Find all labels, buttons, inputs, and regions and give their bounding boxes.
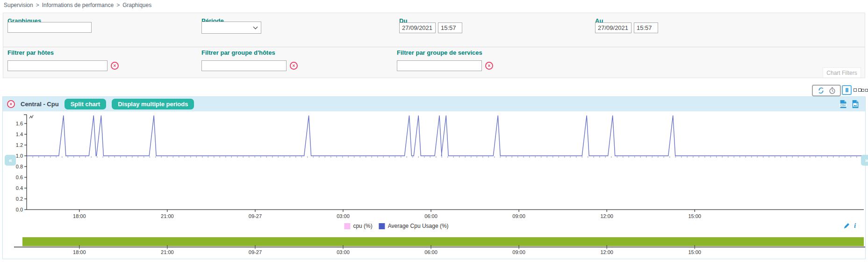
x-tick-label: 06:00 bbox=[424, 213, 438, 219]
filter-panel: Graphiques Période Du Au Filtrer par hôt… bbox=[3, 13, 865, 78]
remove-chart-icon[interactable]: × bbox=[7, 100, 15, 108]
three-column-view-icon bbox=[861, 89, 864, 92]
refresh-toolbar bbox=[812, 85, 841, 96]
average-cpu-line bbox=[27, 116, 864, 156]
timeline-tick-label: 15:00 bbox=[688, 249, 701, 255]
info-icon[interactable]: i bbox=[854, 222, 856, 230]
au-time-input[interactable] bbox=[634, 22, 658, 33]
clear-host-filter-icon[interactable]: × bbox=[111, 62, 119, 70]
timeline-tick-label: 03:00 bbox=[337, 249, 350, 255]
servicegroup-filter-input[interactable] bbox=[397, 60, 482, 71]
clock-icon[interactable] bbox=[829, 87, 836, 94]
y-tick-label: 1.0 bbox=[16, 153, 23, 159]
clear-hostgroup-filter-icon[interactable]: × bbox=[290, 62, 298, 70]
pan-right-button[interactable]: » bbox=[861, 155, 868, 166]
legend-label: cpu (%) bbox=[353, 223, 372, 229]
y-tick-label: 1.2 bbox=[16, 142, 23, 148]
legend-tools: i bbox=[843, 222, 856, 230]
timeline-tick-label: 18:00 bbox=[73, 249, 86, 255]
pencil-icon[interactable] bbox=[843, 222, 850, 229]
single-column-view-icon bbox=[846, 88, 848, 92]
timeline-axis: 18:0021:0009-2703:0006:0009:0012:0015:00 bbox=[2, 245, 866, 255]
y-tick-label: 0.4 bbox=[16, 185, 23, 191]
timeline-tick-label: 12:00 bbox=[600, 249, 613, 255]
du-time-input[interactable] bbox=[438, 22, 462, 33]
graphiques-input[interactable] bbox=[7, 22, 92, 33]
svg-text:CSV: CSV bbox=[840, 104, 846, 107]
periode-select[interactable] bbox=[201, 22, 261, 34]
x-tick-label: 09:00 bbox=[512, 213, 525, 219]
du-date-input[interactable] bbox=[399, 22, 436, 33]
chart-header: × Central - Cpu Split chart Display mult… bbox=[3, 97, 865, 111]
cpu-line-chart: 0.00.20.40.60.81.01.21.41.618:0021:0009-… bbox=[2, 111, 866, 220]
timeline-tick-label: 21:00 bbox=[161, 249, 174, 255]
y-tick-label: 1.6 bbox=[16, 121, 23, 126]
y-tick-label: 1.4 bbox=[16, 131, 23, 137]
x-tick-label: 18:00 bbox=[73, 213, 86, 219]
x-tick-label: 03:00 bbox=[337, 213, 350, 219]
breadcrumb: Supervision>Informations de performance>… bbox=[4, 2, 151, 8]
timeline-tick-label: 09:00 bbox=[512, 249, 525, 255]
hostgroup-filter-input[interactable] bbox=[201, 60, 287, 71]
three-column-view-button[interactable] bbox=[861, 89, 868, 92]
chart-filters-tab[interactable]: Chart Filters bbox=[823, 67, 861, 78]
host-filter-input[interactable] bbox=[7, 60, 108, 71]
x-tick-label: 15:00 bbox=[688, 213, 701, 219]
breadcrumb-separator: > bbox=[36, 2, 39, 8]
servicegroup-filter-label: Filtrer par groupe de services bbox=[397, 49, 482, 56]
legend-swatch[interactable] bbox=[344, 223, 350, 229]
au-date-input[interactable] bbox=[595, 22, 631, 33]
plot-corner-icon bbox=[29, 115, 33, 118]
pan-left-button[interactable]: « bbox=[5, 155, 16, 166]
timeline-tick-label: 09-27 bbox=[249, 249, 262, 255]
display-multiple-periods-button[interactable]: Display multiple periods bbox=[112, 99, 194, 109]
y-tick-label: 0.2 bbox=[16, 196, 23, 202]
x-tick-label: 12:00 bbox=[600, 213, 613, 219]
export-icons: CSV bbox=[839, 100, 860, 109]
periode-select-wrap bbox=[201, 22, 261, 34]
two-column-view-button[interactable] bbox=[854, 88, 861, 92]
chart-legend: cpu (%)Average Cpu Usage (%) bbox=[344, 223, 452, 229]
page: { "breadcrumb": { "separator": ">", "ite… bbox=[0, 0, 868, 262]
split-chart-button[interactable]: Split chart bbox=[65, 99, 107, 109]
x-tick-label: 09-27 bbox=[249, 213, 262, 219]
export-csv-icon[interactable]: CSV bbox=[839, 100, 847, 109]
y-tick-label: 0.6 bbox=[16, 175, 23, 180]
breadcrumb-item-graphiques[interactable]: Graphiques bbox=[122, 2, 151, 8]
breadcrumb-item-supervision[interactable]: Supervision bbox=[4, 2, 33, 8]
y-tick-label: 0.8 bbox=[16, 164, 23, 169]
legend-swatch[interactable] bbox=[379, 223, 385, 229]
chart-title: Central - Cpu bbox=[21, 101, 59, 108]
refresh-icon[interactable] bbox=[818, 87, 825, 94]
two-column-view-icon bbox=[854, 88, 857, 92]
timeline-tick-label: 06:00 bbox=[424, 249, 438, 255]
host-filter-label: Filtrer par hôtes bbox=[7, 49, 54, 56]
x-tick-label: 21:00 bbox=[161, 213, 174, 219]
legend-label: Average Cpu Usage (%) bbox=[388, 223, 449, 229]
y-tick-label: 0.0 bbox=[16, 207, 23, 212]
hostgroup-filter-label: Filtrer par groupe d'hôtes bbox=[201, 49, 275, 56]
breadcrumb-separator: > bbox=[116, 2, 120, 8]
clear-servicegroup-filter-icon[interactable]: × bbox=[485, 62, 493, 70]
single-column-view-button[interactable] bbox=[842, 85, 852, 95]
filter-row-divider bbox=[3, 47, 865, 47]
breadcrumb-item-performance[interactable]: Informations de performance bbox=[42, 2, 114, 8]
export-image-icon[interactable] bbox=[851, 100, 860, 109]
